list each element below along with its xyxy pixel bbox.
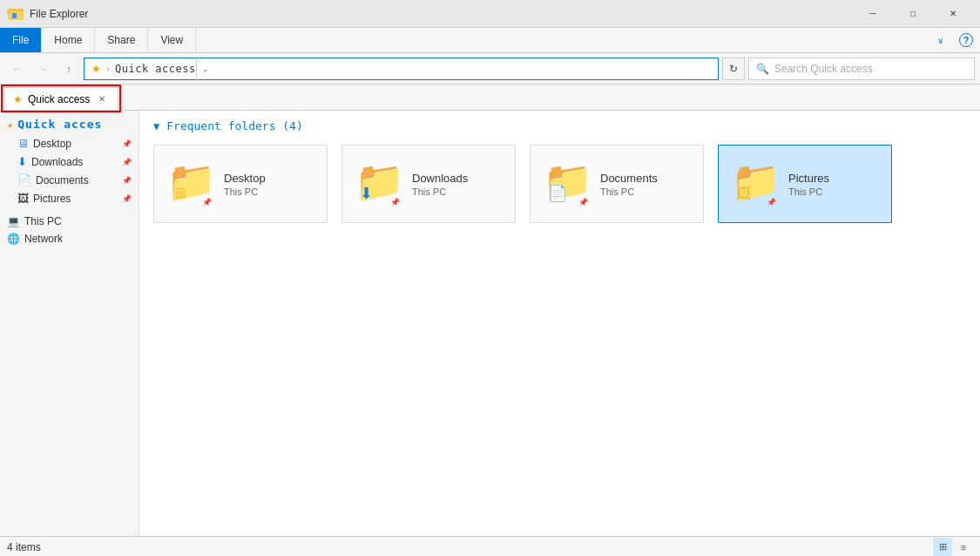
ribbon: File Home Share View ∨ ? [0,28,980,53]
svg-rect-4 [12,13,17,18]
ribbon-tab-file[interactable]: File [0,28,42,52]
back-button[interactable]: ← [5,58,28,80]
folder-grid: 📁 🖥 📌 Desktop This PC 📁 ⬇ 📌 [153,145,966,223]
folder-card-downloads[interactable]: 📁 ⬇ 📌 Downloads This PC [341,145,516,223]
folder-subtitle-desktop: This PC [224,186,266,197]
sidebar-pictures-label: Pictures [33,193,71,205]
up-button[interactable]: ↑ [57,58,80,80]
app-icon [7,5,24,23]
desktop-folder-icon: 📁 🖥 📌 [166,161,212,207]
ribbon-expand-button[interactable]: ∨ [929,28,952,52]
sidebar-downloads-label: Downloads [31,156,83,168]
section-label: Frequent folders (4) [166,119,303,132]
pictures-folder-info: Pictures This PC [788,172,829,197]
tabs-row: ★ Quick access ✕ [0,85,980,111]
sidebar-network-label: Network [24,233,63,245]
address-path[interactable]: ★ › Quick access ⌄ [84,58,719,80]
tab-label: Quick access [28,93,90,105]
folder-card-pictures[interactable]: 📁 🖼 📌 Pictures This PC [718,145,892,223]
breadcrumb-text: Quick access [115,63,196,75]
ribbon-tab-view[interactable]: View [148,28,196,52]
pin-icon-downloads: 📌 [122,158,132,166]
sidebar-item-this-pc[interactable]: 💻 This PC [0,213,139,230]
search-box[interactable]: 🔍 Search Quick access [748,58,975,80]
sidebar: ★ Quick acces 🖥 Desktop 📌 ⬇ Downloads 📌 … [0,111,139,536]
pin-badge-doc: 📌 [578,198,588,207]
content-area: ▼ Frequent folders (4) 📁 🖥 📌 Desktop Thi… [139,111,980,536]
folder-name-desktop: Desktop [224,172,266,185]
ribbon-tab-home[interactable]: Home [42,28,95,52]
downloads-folder-info: Downloads This PC [412,172,468,197]
sidebar-star-icon: ★ [7,119,13,131]
folder-card-documents[interactable]: 📁 📄 📌 Documents This PC [530,145,704,223]
maximize-button[interactable]: □ [893,0,933,28]
item-count: 4 items [7,541,41,553]
sidebar-section-quick-access[interactable]: ★ Quick acces [0,114,139,134]
view-controls: ⊞ ≡ [933,538,973,557]
sidebar-item-desktop[interactable]: 🖥 Desktop 📌 [0,134,139,153]
pin-icon: 📌 [122,139,132,148]
ribbon-tab-list: File Home Share View ∨ ? [0,28,980,52]
chevron-down-icon: ∨ [937,36,943,45]
folder-subtitle-downloads: This PC [412,186,468,197]
pin-icon-pictures: 📌 [122,194,132,203]
star-icon: ★ [91,63,101,75]
documents-folder-info: Documents This PC [600,172,658,197]
tab-star-icon: ★ [13,93,23,105]
folder-subtitle-documents: This PC [600,186,658,197]
main-layout: ★ Quick acces 🖥 Desktop 📌 ⬇ Downloads 📌 … [0,111,980,536]
folder-name-downloads: Downloads [412,172,468,185]
sidebar-quick-access-label: Quick acces [17,118,102,131]
svg-rect-2 [13,9,24,11]
breadcrumb-separator: › [106,63,110,75]
folder-subtitle-pictures: This PC [788,186,829,197]
status-bar: 4 items ⊞ ≡ [0,536,980,556]
address-dropdown-button[interactable]: ⌄ [196,58,215,80]
pin-badge-dl: 📌 [390,198,400,207]
sidebar-desktop-label: Desktop [33,138,71,150]
search-icon: 🔍 [756,63,769,75]
sidebar-this-pc-label: This PC [24,215,62,227]
desktop-icon: 🖥 [17,137,29,150]
folder-card-desktop[interactable]: 📁 🖥 📌 Desktop This PC [153,145,328,223]
downloads-folder-icon: 📁 ⬇ 📌 [355,161,400,207]
tab-close-button[interactable]: ✕ [95,92,109,106]
minimize-button[interactable]: ─ [853,0,893,28]
title-bar: File Explorer ─ □ ✕ [0,0,980,28]
pictures-icon: 🖼 [17,192,29,205]
documents-icon: 📄 [17,173,31,186]
tab-quick-access[interactable]: ★ Quick access ✕ [3,87,118,110]
help-button[interactable]: ? [952,28,980,52]
network-icon: 🌐 [7,233,20,245]
folder-name-pictures: Pictures [788,172,829,185]
section-header-frequent[interactable]: ▼ Frequent folders (4) [153,119,966,132]
desktop-folder-info: Desktop This PC [224,172,266,197]
sidebar-item-downloads[interactable]: ⬇ Downloads 📌 [0,153,139,171]
downloads-icon: ⬇ [17,155,27,168]
pin-badge: 📌 [202,198,212,207]
sidebar-item-network[interactable]: 🌐 Network [0,230,139,247]
this-pc-icon: 💻 [7,215,20,227]
pin-icon-documents: 📌 [122,176,132,185]
search-placeholder: Search Quick access [774,63,873,75]
large-icons-view-button[interactable]: ⊞ [933,538,952,557]
pictures-folder-icon: 📁 🖼 📌 [731,161,776,207]
svg-rect-3 [7,11,10,13]
window-title: File Explorer [30,8,853,20]
address-bar: ← → ↑ ★ › Quick access ⌄ ↻ 🔍 Search Quic… [0,53,980,85]
documents-folder-icon: 📁 📄 📌 [543,161,588,207]
sidebar-item-documents[interactable]: 📄 Documents 📌 [0,171,139,189]
ribbon-tab-share[interactable]: Share [95,28,148,52]
refresh-button[interactable]: ↻ [722,58,745,80]
pin-badge-pic: 📌 [767,198,776,207]
section-arrow-icon: ▼ [153,120,159,132]
forward-button[interactable]: → [31,58,54,80]
folder-name-documents: Documents [600,172,658,185]
close-button[interactable]: ✕ [933,0,973,28]
details-view-button[interactable]: ≡ [954,538,973,557]
sidebar-documents-label: Documents [36,174,89,186]
window-controls: ─ □ ✕ [853,0,973,28]
sidebar-item-pictures[interactable]: 🖼 Pictures 📌 [0,189,139,207]
help-icon: ? [959,33,973,47]
